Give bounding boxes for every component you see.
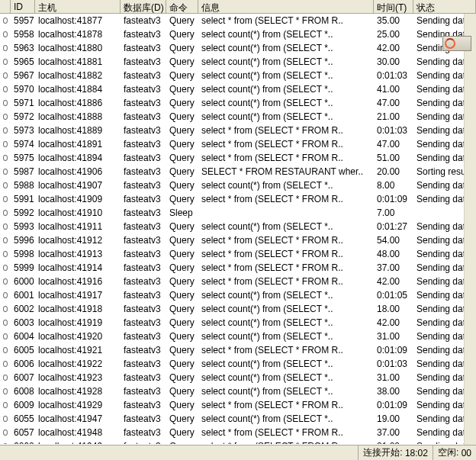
vertical-scrollbar[interactable] xyxy=(464,14,476,445)
cell-cmd: Query xyxy=(166,427,198,438)
table-row[interactable]: 6003localhost:41919fasteatv3Queryselect … xyxy=(0,316,476,330)
col-cmd[interactable]: 命令 xyxy=(166,0,198,13)
table-row[interactable]: 5973localhost:41889fasteatv3Queryselect … xyxy=(0,124,476,137)
cell-host: localhost:41877 xyxy=(35,15,121,26)
col-id[interactable]: ID xyxy=(11,0,35,13)
cell-cmd: Query xyxy=(166,70,198,81)
cell-cmd: Query xyxy=(166,15,198,26)
cell-info: select count(*) from (SELECT *.. xyxy=(198,331,374,342)
cell-time: 18.00 xyxy=(374,304,413,314)
cell-cmd: Query xyxy=(166,43,198,53)
table-row[interactable]: 6004localhost:41920fasteatv3Queryselect … xyxy=(0,330,476,343)
table-row[interactable]: 5970localhost:41884fasteatv3Queryselect … xyxy=(0,82,476,96)
cell-host: localhost:41949 xyxy=(35,441,121,444)
col-state[interactable]: 状态 xyxy=(413,0,476,13)
cell-db: fasteatv3 xyxy=(121,70,166,81)
conn-start-label: 连接开始: xyxy=(363,446,402,459)
table-row[interactable]: 5987localhost:41906fasteatv3QuerySELECT … xyxy=(0,165,476,179)
table-row[interactable]: 6055localhost:41947fasteatv3Queryselect … xyxy=(0,412,476,426)
col-handle[interactable] xyxy=(0,0,11,13)
table-row[interactable]: 5975localhost:41894fasteatv3Queryselect … xyxy=(0,151,476,165)
cell-host: localhost:41880 xyxy=(35,43,121,53)
cell-info: select count(*) from (SELECT *.. xyxy=(198,84,374,95)
table-row[interactable]: 5958localhost:41878fasteatv3Queryselect … xyxy=(0,27,476,41)
cell-id: 5999 xyxy=(11,262,35,273)
cell-host: localhost:41881 xyxy=(35,56,121,67)
table-row[interactable]: 6002localhost:41918fasteatv3Queryselect … xyxy=(0,302,476,316)
cell-db: fasteatv3 xyxy=(121,29,166,40)
table-row[interactable]: 6009localhost:41929fasteatv3Queryselect … xyxy=(0,398,476,412)
row-status-icon xyxy=(0,182,11,188)
cell-host: localhost:41918 xyxy=(35,304,121,314)
table-row[interactable]: 5974localhost:41891fasteatv3Queryselect … xyxy=(0,137,476,151)
table-row[interactable]: 5998localhost:41913fasteatv3Queryselect … xyxy=(0,247,476,261)
cell-info: select count(*) from (SELECT *.. xyxy=(198,70,374,81)
table-row[interactable]: 5988localhost:41907fasteatv3Queryselect … xyxy=(0,179,476,192)
cell-db: fasteatv3 xyxy=(121,98,166,108)
cell-id: 5967 xyxy=(11,70,35,81)
cell-db: fasteatv3 xyxy=(121,413,166,424)
table-row[interactable]: 6006localhost:41922fasteatv3Queryselect … xyxy=(0,357,476,371)
cell-db: fasteatv3 xyxy=(121,317,166,328)
table-row[interactable]: 6008localhost:41928fasteatv3Queryselect … xyxy=(0,384,476,398)
cell-info: select count(*) from (SELECT *.. xyxy=(198,29,374,40)
cell-cmd: Query xyxy=(166,304,198,314)
table-row[interactable]: 5965localhost:41881fasteatv3Queryselect … xyxy=(0,55,476,69)
col-time[interactable]: 时间(T) xyxy=(374,0,413,13)
cell-time: 0:01:03 xyxy=(374,359,413,369)
cell-time: 42.00 xyxy=(374,43,413,53)
cell-db: fasteatv3 xyxy=(121,427,166,438)
cell-id: 5972 xyxy=(11,111,35,122)
cell-id: 5996 xyxy=(11,235,35,246)
table-row[interactable]: 5992localhost:41910fasteatv3Sleep7.00 xyxy=(0,206,476,220)
row-status-icon xyxy=(0,127,11,133)
cell-time: 0:01:03 xyxy=(374,70,413,81)
cell-id: 6005 xyxy=(11,345,35,355)
cell-id: 5975 xyxy=(11,153,35,163)
cell-time: 0:01:05 xyxy=(374,290,413,301)
cell-id: 6006 xyxy=(11,359,35,369)
table-row[interactable]: 5993localhost:41911fasteatv3Queryselect … xyxy=(0,220,476,233)
cell-time: 42.00 xyxy=(374,276,413,287)
table-row[interactable]: 6000localhost:41916fasteatv3Queryselect … xyxy=(0,275,476,288)
table-row[interactable]: 6007localhost:41923fasteatv3Queryselect … xyxy=(0,371,476,384)
col-info[interactable]: 信息 xyxy=(198,0,374,13)
table-row[interactable]: 5971localhost:41886fasteatv3Queryselect … xyxy=(0,96,476,110)
cell-cmd: Query xyxy=(166,386,198,397)
table-row[interactable]: 5999localhost:41914fasteatv3Queryselect … xyxy=(0,261,476,275)
cell-id: 6004 xyxy=(11,331,35,342)
table-row[interactable]: 5967localhost:41882fasteatv3Queryselect … xyxy=(0,69,476,82)
cell-host: localhost:41948 xyxy=(35,427,121,438)
cell-time: 21.00 xyxy=(374,441,413,444)
cell-cmd: Query xyxy=(166,359,198,369)
table-row[interactable]: 5972localhost:41888fasteatv3Queryselect … xyxy=(0,110,476,124)
cell-cmd: Query xyxy=(166,441,198,444)
col-db[interactable]: 数据库(D) xyxy=(121,0,166,13)
table-row[interactable]: 6060localhost:41949fasteatv3Queryselect … xyxy=(0,439,476,444)
cell-host: localhost:41891 xyxy=(35,139,121,150)
table-row[interactable]: 5991localhost:41909fasteatv3Queryselect … xyxy=(0,192,476,206)
row-status-icon xyxy=(0,416,11,422)
table-row[interactable]: 5996localhost:41912fasteatv3Queryselect … xyxy=(0,233,476,247)
table-row[interactable]: 5957localhost:41877fasteatv3Queryselect … xyxy=(0,14,476,27)
cell-time: 37.00 xyxy=(374,262,413,273)
col-host[interactable]: 主机 xyxy=(35,0,121,13)
cell-id: 5988 xyxy=(11,180,35,191)
table-row[interactable]: 6001localhost:41917fasteatv3Queryselect … xyxy=(0,288,476,302)
table-row[interactable]: 6057localhost:41948fasteatv3Queryselect … xyxy=(0,426,476,439)
cell-info: select count(*) from (SELECT *.. xyxy=(198,304,374,314)
cell-host: localhost:41923 xyxy=(35,372,121,383)
cell-db: fasteatv3 xyxy=(121,331,166,342)
cell-cmd: Query xyxy=(166,276,198,287)
table-row[interactable]: 5963localhost:41880fasteatv3Queryselect … xyxy=(0,41,476,55)
row-status-icon xyxy=(0,388,11,394)
idle-value: 00 xyxy=(462,448,471,458)
cell-db: fasteatv3 xyxy=(121,262,166,273)
cell-db: fasteatv3 xyxy=(121,290,166,301)
cell-info: select * from (SELECT * FROM R.. xyxy=(198,441,374,444)
cell-id: 5998 xyxy=(11,249,35,259)
cell-host: localhost:41894 xyxy=(35,153,121,163)
cell-cmd: Query xyxy=(166,166,198,177)
table-row[interactable]: 6005localhost:41921fasteatv3Queryselect … xyxy=(0,343,476,357)
activity-indicator-button[interactable] xyxy=(442,36,471,51)
